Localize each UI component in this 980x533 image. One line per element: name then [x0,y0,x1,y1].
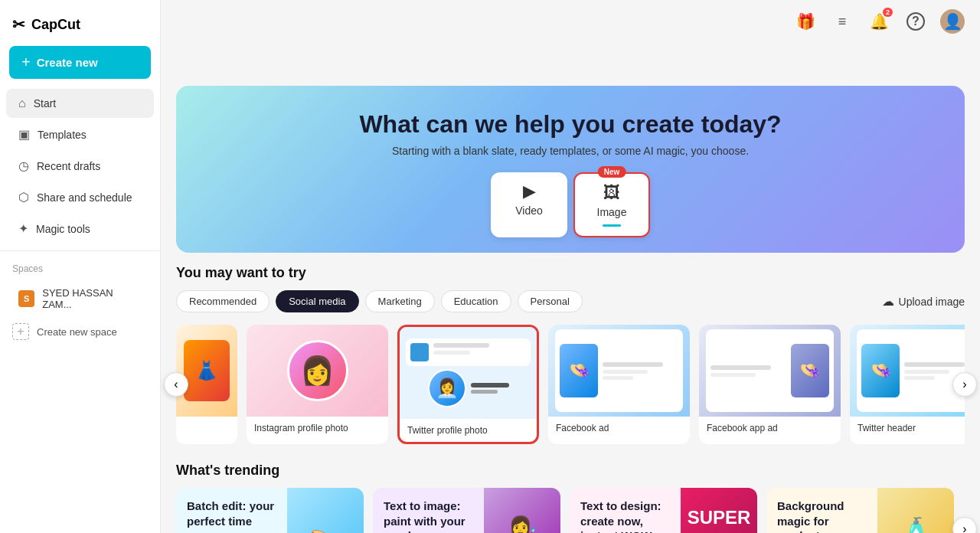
logo-text: CapCut [31,17,80,33]
help-button[interactable]: ? [903,9,928,34]
menu-button[interactable]: ≡ [830,9,854,34]
divider [0,250,160,251]
trend-design-text: Text to design: create now, instant WOW … [570,488,681,533]
filter-bar: Recommended Social media Marketing Educa… [176,290,965,312]
trend-card-batch[interactable]: Batch edit: your perfect time saver Try … [176,488,364,533]
sidebar-item-share-schedule[interactable]: ⬡ Share and schedule [6,182,154,212]
hero-subtitle: Starting with a blank slate, ready templ… [191,145,949,157]
sidebar-label-start: Start [34,97,57,110]
trend-batch-image: 👡 [287,488,364,533]
trend-textimg-text: Text to image: paint with your words Try… [373,488,484,533]
trend-batch-inner: Batch edit: your perfect time saver Try … [176,488,364,533]
sidebar-label-recent: Recent drafts [37,160,100,172]
create-new-label: Create new [37,56,98,69]
trend-design-image: SUPERCUT [681,488,757,533]
template-label-twitter-profile: Twitter profile photo [400,419,537,442]
tab-image[interactable]: New 🖼 Image [573,172,650,237]
template-card-twitter-header[interactable]: 👒 Twitter header [850,325,965,444]
upload-icon: ☁ [882,294,894,309]
next-trending-arrow[interactable]: › [952,517,977,533]
template-row: 👗 👩 Instagram profile photo [176,325,965,444]
trend-batch-text: Batch edit: your perfect time saver Try … [176,488,287,533]
trend-textimg-inner: Text to image: paint with your words Try… [373,488,560,533]
magic-icon: ✦ [18,221,28,236]
avatar[interactable]: 👤 [940,9,965,34]
section-title-try: You may want to try [176,265,965,281]
trend-batch-title: Batch edit: your perfect time saver [187,499,276,533]
clock-icon: ◷ [18,159,29,173]
upload-label: Upload image [899,296,965,308]
template-thumb-fb-app: 👒 [699,325,841,417]
template-label-first [176,417,237,429]
template-label-twitter-header: Twitter header [850,417,965,440]
trend-textimg-image: 👩‍🎨 [484,488,560,533]
template-thumb-twitter: 👩‍💼 [400,327,537,419]
template-card-facebook-ad[interactable]: 👒 Facebook ad [548,325,690,444]
space-avatar: S [18,290,34,307]
template-thumb-fb-ad: 👒 [548,325,690,417]
trend-card-text-image[interactable]: Text to image: paint with your words Try… [373,488,560,533]
trending-row-wrapper: Batch edit: your perfect time saver Try … [176,488,965,533]
gift-button[interactable]: 🎁 [793,9,818,34]
video-icon: ▶ [523,181,536,201]
upload-image-button[interactable]: ☁ Upload image [882,294,965,309]
content-area: You may want to try Recommended Social m… [161,253,980,533]
trend-card-background-magic[interactable]: Background magic for products Try now › … [766,488,954,533]
plus-icon: + [21,54,31,71]
main-content: 🎁 ≡ 🔔 2 ? 👤 What can we help you create … [161,0,980,533]
logo-icon: ✂ [12,15,25,34]
sidebar-label-templates: Templates [38,129,87,141]
sidebar-label-magic: Magic tools [36,223,90,235]
template-card-facebook-app-ad[interactable]: 👒 Facebook app ad [699,325,841,444]
trending-row: Batch edit: your perfect time saver Try … [176,488,965,533]
tab-video[interactable]: ▶ Video [491,172,567,237]
trend-bg-title: Background magic for products [777,499,867,533]
topbar: 🎁 ≡ 🔔 2 ? 👤 [161,0,980,43]
tab-video-label: Video [515,204,543,217]
filter-marketing[interactable]: Marketing [365,290,435,312]
image-icon: 🖼 [603,183,620,203]
trend-design-title: Text to design: create now, instant WOW [580,499,670,533]
trend-bg-inner: Background magic for products Try now › … [766,488,954,533]
template-card-twitter-profile[interactable]: 👩‍💼 Twitter profile photo [397,325,539,444]
next-template-arrow[interactable]: › [952,372,977,397]
space-name: SYED HASSAN ZAM... [42,287,142,310]
filter-social-media[interactable]: Social media [276,290,358,312]
trend-bg-image: 🧴 [877,488,954,533]
new-badge: New [598,166,626,178]
tab-underline [603,224,621,227]
template-label-instagram: Instagram profile photo [247,417,388,440]
trending-title: What's trending [176,463,965,479]
creation-tabs: ▶ Video New 🖼 Image [191,172,949,237]
filter-recommended[interactable]: Recommended [176,290,270,312]
menu-icon: ≡ [838,14,847,30]
filter-education[interactable]: Education [441,290,511,312]
template-label-fb-ad: Facebook ad [548,417,690,440]
spaces-label: Spaces [0,257,160,280]
filter-personal[interactable]: Personal [518,290,583,312]
template-row-wrapper: ‹ 👗 👩 [176,325,965,444]
template-thumb-instagram: 👩 [247,325,388,417]
tab-image-label: Image [597,206,627,218]
trend-textimg-title: Text to image: paint with your words [384,499,473,533]
template-thumb-first: 👗 [176,325,237,417]
sidebar-item-templates[interactable]: ▣ Templates [6,119,154,149]
sidebar-item-start[interactable]: ⌂ Start [6,89,154,118]
trend-card-text-design[interactable]: Text to design: create now, instant WOW … [570,488,757,533]
create-space[interactable]: + Create new space [0,317,160,346]
notifications-button[interactable]: 🔔 2 [867,9,891,34]
sidebar-item-magic-tools[interactable]: ✦ Magic tools [6,214,154,244]
template-card-instagram[interactable]: 👩 Instagram profile photo [247,325,388,444]
prev-template-arrow[interactable]: ‹ [164,372,188,397]
hero-title: What can we help you create today? [191,110,949,139]
trend-design-inner: Text to design: create now, instant WOW … [570,488,757,533]
logo[interactable]: ✂ CapCut [0,9,160,46]
notification-badge: 2 [883,8,893,17]
sidebar-item-recent-drafts[interactable]: ◷ Recent drafts [6,151,154,181]
trend-bg-text: Background magic for products Try now › [766,488,877,533]
templates-icon: ▣ [18,127,30,142]
create-new-button[interactable]: + Create new [9,46,151,79]
share-icon: ⬡ [18,190,29,204]
space-item[interactable]: S SYED HASSAN ZAM... [6,281,154,316]
home-icon: ⌂ [18,96,26,110]
